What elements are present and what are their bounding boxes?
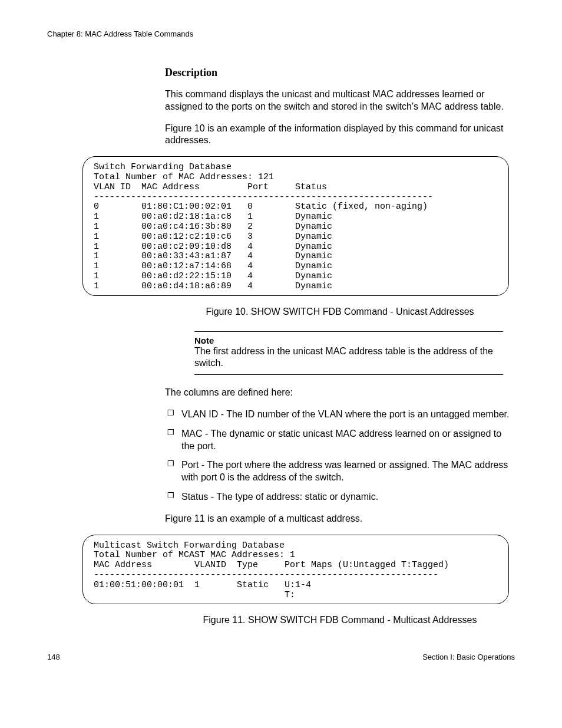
footer-section-label: Section I: Basic Operations	[422, 653, 515, 661]
figure-11-caption: Figure 11. SHOW SWITCH FDB Command - Mul…	[165, 615, 515, 625]
fig10-header: VLAN ID MAC Address Port Status	[94, 182, 327, 192]
columns-intro: The columns are defined here:	[165, 387, 515, 399]
fig11-total: Total Number of MCAST MAC Addresses: 1	[94, 550, 295, 560]
fig10-row: 1 00:a0:c4:16:3b:80 2 Dynamic	[94, 222, 332, 232]
fig10-row: 0 01:80:C1:00:02:01 0 Static (fixed, non…	[94, 202, 428, 212]
list-item: MAC - The dynamic or static unicast MAC …	[181, 428, 515, 453]
section-heading-description: Description	[165, 67, 515, 79]
fig10-total: Total Number of MAC Addresses: 121	[94, 172, 274, 182]
figure-10-frame: Switch Forwarding Database Total Number …	[82, 156, 509, 295]
fig10-row: 1 00:a0:12:c2:10:c6 3 Dynamic	[94, 232, 332, 242]
para-figure10-intro: Figure 10 is an example of the informati…	[165, 123, 515, 147]
figure-11-frame: Multicast Switch Forwarding Database Tot…	[82, 535, 509, 605]
fig11-header: MAC Address VLANID Type Port Maps (U:Unt…	[94, 560, 449, 570]
fig10-row: 1 00:a0:33:43:a1:87 4 Dynamic	[94, 251, 332, 261]
fig11-row: T:	[94, 590, 295, 600]
fig11-row: 01:00:51:00:00:01 1 Static U:1-4	[94, 580, 311, 590]
note-label: Note	[194, 335, 503, 345]
figure-10-block: Switch Forwarding Database Total Number …	[82, 156, 509, 295]
fig11-title: Multicast Switch Forwarding Database	[94, 541, 285, 551]
footer-page-number: 148	[47, 653, 60, 661]
page: Chapter 8: MAC Address Table Commands De…	[0, 0, 562, 679]
list-item: VLAN ID - The ID number of the VLAN wher…	[181, 409, 515, 421]
fig10-row: 1 00:a0:d4:18:a6:89 4 Dynamic	[94, 281, 332, 291]
list-item: Port - The port where the address was le…	[181, 459, 515, 484]
para-figure11-intro: Figure 11 is an example of a multicast a…	[165, 513, 515, 525]
fig11-divider: ----------------------------------------…	[94, 570, 438, 580]
fig10-row: 1 00:a0:12:a7:14:68 4 Dynamic	[94, 261, 332, 271]
list-item: Status - The type of address: static or …	[181, 491, 515, 503]
note-section: Note The first address in the unicast MA…	[194, 331, 503, 375]
chapter-header: Chapter 8: MAC Address Table Commands	[47, 29, 515, 38]
fig10-title: Switch Forwarding Database	[94, 162, 232, 172]
figure-11-block: Multicast Switch Forwarding Database Tot…	[82, 535, 509, 605]
figure-10-caption-wrap: Figure 10. SHOW SWITCH FDB Command - Uni…	[165, 307, 515, 317]
figure-11-caption-wrap: Figure 11. SHOW SWITCH FDB Command - Mul…	[165, 615, 515, 625]
fig10-row: 1 00:a0:d2:22:15:10 4 Dynamic	[94, 271, 332, 281]
note-box: Note The first address in the unicast MA…	[194, 331, 503, 375]
fig10-row: 1 00:a0:d2:18:1a:c8 1 Dynamic	[94, 212, 332, 222]
fig10-row: 1 00:a0:c2:09:10:d8 4 Dynamic	[94, 242, 332, 252]
page-footer: 148 Section I: Basic Operations	[47, 653, 515, 661]
para-command-description: This command displays the unicast and mu…	[165, 88, 515, 113]
figure-10-caption: Figure 10. SHOW SWITCH FDB Command - Uni…	[165, 307, 515, 317]
fig10-divider: ----------------------------------------…	[94, 192, 433, 202]
columns-definition: The columns are defined here: VLAN ID - …	[165, 387, 515, 525]
note-body: The first address in the unicast MAC add…	[194, 345, 503, 370]
column-definition-list: VLAN ID - The ID number of the VLAN wher…	[165, 409, 515, 503]
main-content: Description This command displays the un…	[165, 67, 515, 147]
